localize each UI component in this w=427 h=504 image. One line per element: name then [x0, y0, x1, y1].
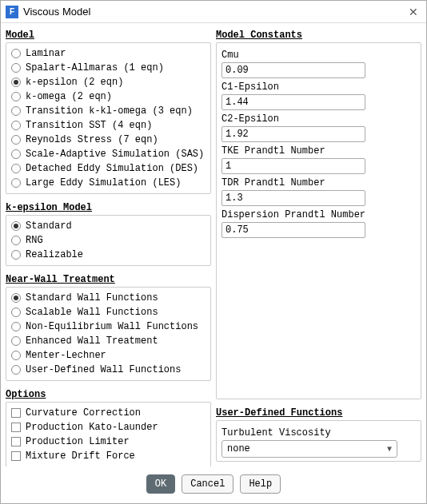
constant-label: TKE Prandtl Number — [221, 145, 416, 157]
constant-input[interactable] — [221, 62, 365, 78]
kepsilon-option-label: Realizable — [26, 248, 83, 261]
radio-icon — [11, 164, 21, 173]
model-option[interactable]: Transition SST (4 eqn) — [11, 118, 206, 133]
model-option[interactable]: Large Eddy Simulation (LES) — [11, 176, 206, 190]
checkbox-icon — [11, 408, 21, 418]
radio-icon — [11, 178, 21, 188]
viscous-model-dialog: F Viscous Model ✕ Model LaminarSpalart-A… — [0, 0, 427, 504]
window-title: Viscous Model — [23, 6, 405, 18]
model-option[interactable]: k-omega (2 eqn) — [11, 89, 206, 104]
option-checkbox[interactable]: Curvature Correction — [11, 406, 206, 420]
option-label: Curvature Correction — [26, 407, 141, 419]
option-label: Production Kato-Launder — [26, 421, 158, 434]
model-option-label: Detached Eddy Simulation (DES) — [26, 162, 198, 175]
wall-option-label: Scalable Wall Functions — [26, 306, 158, 319]
titlebar: F Viscous Model ✕ — [1, 1, 426, 23]
dropdown-value: none — [227, 443, 250, 454]
help-button[interactable]: Help — [240, 474, 281, 494]
wall-option-label: User-Defined Wall Functions — [26, 363, 181, 376]
app-icon: F — [6, 6, 18, 18]
option-checkbox[interactable]: Mixture Drift Force — [11, 449, 206, 463]
wall-option[interactable]: Enhanced Wall Treatment — [11, 334, 206, 348]
option-label: Mixture Drift Force — [26, 450, 135, 462]
constant-input[interactable] — [221, 126, 365, 142]
radio-icon — [11, 77, 21, 87]
model-option[interactable]: Detached Eddy Simulation (DES) — [11, 161, 206, 176]
radio-icon — [11, 106, 21, 116]
option-checkbox[interactable]: Production Kato-Launder — [11, 420, 206, 435]
model-option[interactable]: Spalart-Allmaras (1 eqn) — [11, 61, 206, 75]
dialog-footer: OK Cancel Help — [1, 466, 426, 503]
close-icon[interactable]: ✕ — [405, 6, 421, 18]
wall-option[interactable]: Scalable Wall Functions — [11, 305, 206, 319]
constant-label: C2-Epsilon — [221, 113, 416, 125]
radio-icon — [11, 336, 21, 346]
radio-icon — [11, 63, 21, 73]
model-option[interactable]: Transition k-kl-omega (3 eqn) — [11, 104, 206, 118]
wall-option[interactable]: Menter-Lechner — [11, 348, 206, 363]
radio-icon — [11, 49, 21, 58]
model-option[interactable]: Scale-Adaptive Simulation (SAS) — [11, 147, 206, 161]
wall-option[interactable]: Standard Wall Functions — [11, 291, 206, 305]
wall-section-title: Near-Wall Treatment — [6, 274, 211, 285]
constant-input[interactable] — [221, 222, 365, 238]
udf-section-title: User-Defined Functions — [216, 407, 421, 419]
constant-input[interactable] — [221, 190, 365, 206]
model-option-label: Large Eddy Simulation (LES) — [26, 177, 181, 189]
radio-icon — [11, 221, 21, 231]
model-option-label: Transition k-kl-omega (3 eqn) — [26, 105, 193, 117]
kepsilon-option-label: RNG — [26, 234, 43, 247]
radio-icon — [11, 149, 21, 159]
kepsilon-option-label: Standard — [26, 220, 72, 232]
wall-option-label: Menter-Lechner — [26, 349, 106, 362]
options-section: Curvature CorrectionProduction Kato-Laun… — [6, 402, 211, 466]
constants-section: CmuC1-EpsilonC2-EpsilonTKE Prandtl Numbe… — [216, 42, 421, 399]
model-option[interactable]: Laminar — [11, 46, 206, 61]
kepsilon-option[interactable]: Standard — [11, 219, 206, 233]
model-option-label: k-epsilon (2 eqn) — [26, 76, 123, 89]
constant-label: Cmu — [221, 50, 416, 61]
model-option[interactable]: Reynolds Stress (7 eqn) — [11, 133, 206, 147]
checkbox-icon — [11, 437, 21, 446]
constant-input[interactable] — [221, 94, 365, 110]
radio-icon — [11, 121, 21, 130]
kepsilon-option[interactable]: RNG — [11, 233, 206, 248]
wall-option-label: Standard Wall Functions — [26, 292, 158, 304]
constant-label: C1-Epsilon — [221, 81, 416, 93]
model-option-label: Transition SST (4 eqn) — [26, 119, 152, 132]
kepsilon-option[interactable]: Realizable — [11, 248, 206, 262]
checkbox-icon — [11, 451, 21, 461]
radio-icon — [11, 293, 21, 303]
radio-icon — [11, 308, 21, 317]
ok-button[interactable]: OK — [146, 474, 175, 494]
option-checkbox[interactable]: Production Limiter — [11, 435, 206, 449]
checkbox-icon — [11, 423, 21, 432]
right-column: Model Constants CmuC1-EpsilonC2-EpsilonT… — [216, 26, 421, 466]
model-section-title: Model — [6, 30, 211, 41]
wall-section: Standard Wall FunctionsScalable Wall Fun… — [6, 287, 211, 381]
radio-icon — [11, 322, 21, 331]
radio-icon — [11, 236, 21, 245]
wall-option-label: Enhanced Wall Treatment — [26, 335, 158, 347]
udf-label: Turbulent Viscosity — [221, 427, 416, 439]
chevron-down-icon: ▼ — [387, 445, 392, 454]
left-column: Model LaminarSpalart-Allmaras (1 eqn)k-e… — [6, 26, 211, 466]
model-option[interactable]: k-epsilon (2 eqn) — [11, 75, 206, 89]
turbulent-viscosity-dropdown[interactable]: none ▼ — [221, 440, 397, 458]
cancel-button[interactable]: Cancel — [182, 474, 233, 494]
options-section-title: Options — [6, 389, 211, 400]
constant-label: Dispersion Prandtl Number — [221, 209, 416, 220]
radio-icon — [11, 92, 21, 101]
model-option-label: k-omega (2 eqn) — [26, 90, 112, 103]
radio-icon — [11, 250, 21, 260]
model-option-label: Spalart-Allmaras (1 eqn) — [26, 62, 164, 74]
constant-label: TDR Prandtl Number — [221, 177, 416, 189]
udf-section: Turbulent Viscosity none ▼ — [216, 420, 421, 462]
radio-icon — [11, 351, 21, 360]
wall-option[interactable]: Non-Equilibrium Wall Functions — [11, 319, 206, 334]
radio-icon — [11, 365, 21, 375]
constant-input[interactable] — [221, 158, 365, 174]
dialog-content: Model LaminarSpalart-Allmaras (1 eqn)k-e… — [1, 23, 426, 466]
model-option-label: Scale-Adaptive Simulation (SAS) — [26, 148, 204, 161]
wall-option[interactable]: User-Defined Wall Functions — [11, 363, 206, 377]
